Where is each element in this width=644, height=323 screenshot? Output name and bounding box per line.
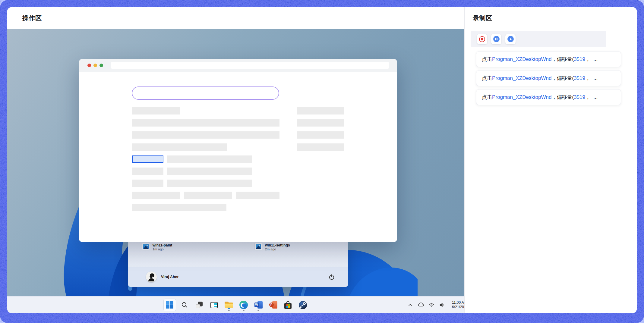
operation-header: 操作区 <box>7 7 464 29</box>
stop-icon <box>479 36 485 42</box>
placeholder-bar <box>132 119 279 127</box>
action-offset-label: ，偏移量( <box>551 56 574 63</box>
browser-titlebar <box>79 59 397 72</box>
action-offset-x: 3519 <box>574 94 585 100</box>
placeholder-bar <box>132 131 279 139</box>
action-separator: ， <box>585 75 590 82</box>
screen: 操作区 <box>0 0 644 323</box>
action-offset-x: 3519 <box>574 56 585 62</box>
recording-title: 录制区 <box>473 14 492 22</box>
placeholder-bar <box>132 107 180 114</box>
file-explorer-button[interactable] <box>223 299 235 311</box>
action-ellipsis: ... <box>593 94 598 100</box>
placeholder-bar <box>132 168 163 175</box>
task-view-button[interactable] <box>193 299 205 311</box>
play-recording-button[interactable] <box>505 34 516 44</box>
action-verb: 点击 <box>482 75 492 82</box>
browser-page-content <box>79 72 397 242</box>
word-button[interactable]: W <box>252 299 264 311</box>
user-avatar[interactable] <box>146 271 157 282</box>
image-file-icon <box>255 243 262 250</box>
operation-title: 操作区 <box>22 14 42 22</box>
placeholder-bar <box>132 204 226 211</box>
recorded-action-item[interactable]: 点击Progman_XZDesktopWnd，偏移量(3519，... <box>476 89 621 105</box>
store-icon <box>284 301 292 309</box>
powerpoint-icon: P <box>269 301 277 309</box>
action-separator: ， <box>585 56 590 63</box>
taskbar: W P <box>7 296 464 313</box>
steam-icon <box>299 301 307 309</box>
recording-toolbar <box>471 31 606 47</box>
clock-time: 11:00 AM <box>452 300 464 305</box>
placeholder-bar <box>297 131 344 139</box>
start-user-bar: Viraj Aher <box>128 267 348 287</box>
pause-recording-button[interactable] <box>491 34 501 44</box>
steam-button[interactable] <box>297 299 309 311</box>
placeholder-bar <box>297 143 344 151</box>
recorded-action-item[interactable]: 点击Progman_XZDesktopWnd，偏移量(3519，... <box>476 51 621 67</box>
recording-pane: 录制区 点击Progman_XZDesktopWnd，偏移量(3519，... <box>464 7 637 313</box>
stop-recording-button[interactable] <box>477 34 487 44</box>
windows-desktop[interactable]: win11-paint 1m ago win11-settings 2m ago <box>7 29 464 313</box>
play-icon <box>507 36 514 42</box>
search-input[interactable] <box>132 86 279 100</box>
windows-start-icon <box>166 301 173 309</box>
operation-pane: 操作区 <box>7 7 464 313</box>
placeholder-bar <box>132 192 180 199</box>
action-offset-x: 3519 <box>574 75 585 81</box>
close-window-icon[interactable] <box>87 64 91 67</box>
action-offset-label: ，偏移量( <box>551 75 574 82</box>
placeholder-bar <box>132 180 163 187</box>
placeholder-bar <box>236 192 279 199</box>
widgets-icon <box>210 302 218 308</box>
action-target: Progman_XZDesktopWnd <box>492 56 551 62</box>
placeholder-bar <box>167 168 252 175</box>
placeholder-bar <box>297 119 344 127</box>
pause-icon <box>493 36 500 42</box>
start-recent-item[interactable]: win11-settings 2m ago <box>255 243 290 251</box>
image-file-icon <box>142 243 150 250</box>
recent-file-name: win11-paint <box>153 243 172 247</box>
task-view-icon <box>196 302 203 308</box>
edge-browser-button[interactable] <box>238 299 250 311</box>
onedrive-cloud-icon[interactable] <box>418 302 424 308</box>
action-target: Progman_XZDesktopWnd <box>492 94 551 100</box>
taskbar-icons: W P <box>164 299 309 311</box>
chevron-up-icon[interactable] <box>407 302 414 308</box>
action-verb: 点击 <box>482 94 492 101</box>
action-target: Progman_XZDesktopWnd <box>492 75 551 81</box>
volume-icon[interactable] <box>439 302 445 308</box>
maximize-window-icon[interactable] <box>99 64 103 67</box>
recent-file-time: 1m ago <box>153 247 172 251</box>
address-bar[interactable] <box>111 62 389 69</box>
taskbar-clock[interactable]: 11:00 AM 6/21/2023 <box>452 300 464 309</box>
start-menu: win11-paint 1m ago win11-settings 2m ago <box>128 241 348 287</box>
widgets-button[interactable] <box>208 299 220 311</box>
browser-window[interactable] <box>79 59 397 242</box>
placeholder-bar <box>167 155 252 163</box>
recent-file-time: 2m ago <box>265 247 290 251</box>
action-verb: 点击 <box>482 56 492 63</box>
placeholder-bar <box>132 143 227 151</box>
start-button[interactable] <box>164 299 176 311</box>
file-explorer-icon <box>225 301 233 309</box>
wifi-icon[interactable] <box>428 302 435 308</box>
power-icon[interactable] <box>328 274 335 280</box>
start-recent-item[interactable]: win11-paint 1m ago <box>142 243 172 251</box>
microsoft-store-button[interactable] <box>282 299 294 311</box>
minimize-window-icon[interactable] <box>93 64 97 67</box>
placeholder-bar <box>167 180 252 187</box>
recorder-app-window: 操作区 <box>7 7 637 313</box>
search-icon <box>181 301 188 309</box>
edge-icon <box>239 301 248 309</box>
selected-item-highlight[interactable] <box>132 155 163 163</box>
search-button[interactable] <box>178 299 191 311</box>
placeholder-bar <box>297 107 344 114</box>
recorded-action-item[interactable]: 点击Progman_XZDesktopWnd，偏移量(3519，... <box>476 70 621 86</box>
recording-header: 录制区 <box>465 7 637 29</box>
powerpoint-button[interactable]: P <box>267 299 279 311</box>
action-ellipsis: ... <box>593 56 598 62</box>
action-ellipsis: ... <box>593 75 598 81</box>
word-icon: W <box>254 301 263 309</box>
system-tray: 11:00 AM 6/21/2023 <box>407 296 464 313</box>
